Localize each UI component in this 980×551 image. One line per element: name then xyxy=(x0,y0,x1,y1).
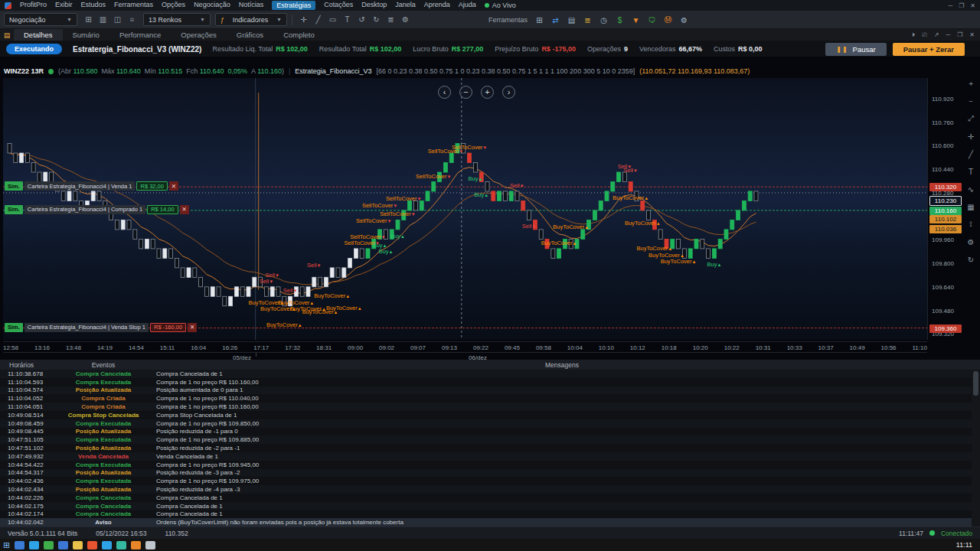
list-numbers-icon[interactable]: ≣ xyxy=(581,14,594,27)
table-row[interactable]: 10:47:49.932Venda CanceladaVenda Cancela… xyxy=(0,452,980,461)
crosshair-icon[interactable]: ✛ xyxy=(965,131,977,142)
menu-item-exibir[interactable]: Exibir xyxy=(55,1,73,10)
table-row[interactable]: 10:44:02.042AvisoOrdens (BuyToCoverLimit… xyxy=(0,518,980,527)
tab-operacoes[interactable]: Operações xyxy=(171,29,226,41)
taskbar-app-7[interactable] xyxy=(102,541,112,549)
table-row[interactable]: 11:10:38.678Compra CanceladaCompra Cance… xyxy=(0,370,980,378)
rectangle-tool-icon[interactable]: ▭ xyxy=(326,13,339,26)
scrollbar-handle[interactable] xyxy=(973,371,978,396)
layout-grid-icon[interactable]: ⊞ xyxy=(533,14,546,27)
trendline-icon[interactable]: ╱ xyxy=(965,148,977,159)
crosshair-icon[interactable]: ✛ xyxy=(297,13,310,26)
close-position-icon[interactable]: ✕ xyxy=(169,181,178,191)
tab-detalhes[interactable]: Detalhes xyxy=(14,29,63,41)
close-icon[interactable]: ✕ xyxy=(970,2,975,9)
minimize-icon[interactable]: ─ xyxy=(948,2,952,9)
pause-zero-button[interactable]: Pausar + Zerar xyxy=(893,43,965,56)
zoom-in-icon[interactable]: ＋ xyxy=(965,78,977,89)
chat-icon[interactable]: 🗨 xyxy=(645,14,658,27)
table-row[interactable]: 11:10:04.574Posição AtualizadaPosição au… xyxy=(0,386,980,395)
cast-icon[interactable]: ⎚ xyxy=(922,31,926,39)
taskbar-app-4[interactable] xyxy=(58,541,68,549)
vertical-scrollbar[interactable] xyxy=(972,370,980,527)
undo-icon[interactable]: ↺ xyxy=(355,13,368,26)
tab-graficos[interactable]: Gráficos xyxy=(227,29,273,41)
taskbar-app-8[interactable] xyxy=(116,541,126,549)
restore-icon[interactable]: ❐ xyxy=(957,31,962,38)
fit-chart-icon[interactable]: ⤢ xyxy=(965,113,977,124)
close-position-icon[interactable]: ✕ xyxy=(180,205,189,214)
clipboard-icon[interactable]: ▤ xyxy=(565,14,578,27)
pan-right-button[interactable]: › xyxy=(502,86,515,99)
indicadores-select[interactable]: ƒ Indicadores ▼ xyxy=(215,13,287,26)
indicator-wave-icon[interactable]: ∿ xyxy=(965,184,977,194)
menu-item-desktop[interactable]: Desktop xyxy=(361,1,387,10)
close-position-icon[interactable]: ✕ xyxy=(188,323,197,332)
time-axis[interactable]: 12:5813:1613:4814:1914:5415:1116:0416:26… xyxy=(3,341,927,352)
menu-item-negociacao[interactable]: Negociação xyxy=(194,1,230,10)
table-row[interactable]: 10:44:02.174Compra CanceladaCompra Cance… xyxy=(0,510,980,519)
table-row[interactable]: 10:44:02.434Posição AtualizadaPosição re… xyxy=(0,485,980,494)
ruler-icon[interactable]: ⟟ xyxy=(965,219,977,230)
taskbar-app-9[interactable] xyxy=(131,541,141,549)
taskbar-app-6[interactable] xyxy=(87,541,97,549)
table-row[interactable]: 10:44:54.317Posição AtualizadaPosição re… xyxy=(0,469,980,478)
menu-item-profitpro[interactable]: ProfitPro xyxy=(20,1,47,10)
order-book-icon[interactable]: ⊞ xyxy=(82,13,95,26)
chart-type-icon[interactable]: ◫ xyxy=(111,13,124,26)
market-m-icon[interactable]: Ⓜ xyxy=(662,14,675,27)
table-row[interactable]: 11:10:04.051Compra CriadaCompra de 1 no … xyxy=(0,403,980,411)
timeframe-select[interactable]: 13 Renkos ▼ xyxy=(143,13,211,26)
text-tool-icon[interactable]: T xyxy=(965,166,977,177)
pause-button[interactable]: ❚❚ Pausar xyxy=(825,43,887,56)
chart-candles-icon[interactable]: ▥ xyxy=(96,13,109,26)
table-row[interactable]: 10:44:02.226Compra CanceladaCompra Cance… xyxy=(0,494,980,502)
table-row[interactable]: 10:49:08.514Compra Stop CanceladaCompra … xyxy=(0,411,980,419)
start-button[interactable]: ⊞ xyxy=(3,541,10,549)
taskbar-app-1[interactable] xyxy=(15,541,24,549)
table-row[interactable]: 10:44:54.422Compra ExecutadaCompra de 1 … xyxy=(0,461,980,469)
menu-item-estrategias[interactable]: Estratégias xyxy=(272,1,315,10)
price-axis[interactable]: 109.320109.480109.640109.800109.960110.1… xyxy=(927,78,963,340)
refresh-icon[interactable]: ↻ xyxy=(965,254,977,265)
transfer-icon[interactable]: ⇄ xyxy=(549,14,562,27)
table-row[interactable]: 10:49:08.445Posição AtualizadaPosição re… xyxy=(0,428,980,436)
table-row[interactable]: 10:44:02.436Compra ExecutadaCompra de 1 … xyxy=(0,477,980,485)
dollar-icon[interactable]: $ xyxy=(613,14,626,27)
menu-item-ajuda[interactable]: Ajuda xyxy=(459,1,476,10)
zoom-in-button[interactable]: + xyxy=(481,86,494,99)
table-row[interactable]: 10:44:02.175Compra CanceladaCompra Cance… xyxy=(0,502,980,510)
table-row[interactable]: 10:47:51.105Compra ExecutadaCompra de 1 … xyxy=(0,435,980,444)
menu-item-estudos[interactable]: Estudos xyxy=(81,1,106,10)
taskbar-app-10[interactable] xyxy=(145,541,155,549)
grid-toggle-icon[interactable]: ⌗ xyxy=(126,13,139,26)
minimize-icon[interactable]: ─ xyxy=(946,31,950,38)
text-tool-icon[interactable]: T xyxy=(341,13,354,26)
table-row[interactable]: 10:49:08.459Compra ExecutadaCompra de 1 … xyxy=(0,419,980,428)
menu-item-opcoes[interactable]: Opções xyxy=(162,1,185,10)
table-row[interactable]: 10:47:51.102Posição AtualizadaPosição re… xyxy=(0,444,980,452)
price-chart[interactable]: BuyToCover▲BuyToCover▲BuyToCover▲BuyToCo… xyxy=(3,78,927,340)
zoom-out-button[interactable]: − xyxy=(459,86,472,99)
basket-icon[interactable]: ▼ xyxy=(629,14,642,27)
grid-icon[interactable]: ▦ xyxy=(965,201,977,212)
taskbar-app-3[interactable] xyxy=(44,541,54,549)
pan-left-button[interactable]: ‹ xyxy=(438,86,451,99)
tab-sumario[interactable]: Sumário xyxy=(63,29,109,41)
taskbar-app-5[interactable] xyxy=(73,541,83,549)
negociacao-select[interactable]: Negociação ▼ xyxy=(4,13,77,26)
menu-item-janela[interactable]: Janela xyxy=(395,1,416,10)
share-icon[interactable]: ↗ xyxy=(934,31,939,38)
chart-settings-icon[interactable]: ⚙ xyxy=(399,13,412,26)
menu-item-noticias[interactable]: Notícias xyxy=(239,1,264,10)
layers-icon[interactable]: ≣ xyxy=(384,13,397,26)
table-row[interactable]: 11:10:04.593Compra ExecutadaCompra de 1 … xyxy=(0,378,980,386)
close-icon[interactable]: ✕ xyxy=(969,31,975,38)
menu-item-aprenda[interactable]: Aprenda xyxy=(424,1,450,10)
tab-performance[interactable]: Performance xyxy=(109,29,171,41)
play-icon[interactable]: ⏵ xyxy=(912,31,915,39)
taskbar-app-2[interactable] xyxy=(29,541,39,549)
trendline-icon[interactable]: ╱ xyxy=(312,13,325,26)
table-row[interactable]: 11:10:04.052Compra CriadaCompra de 1 no … xyxy=(0,394,980,403)
zoom-out-icon[interactable]: － xyxy=(965,96,977,106)
